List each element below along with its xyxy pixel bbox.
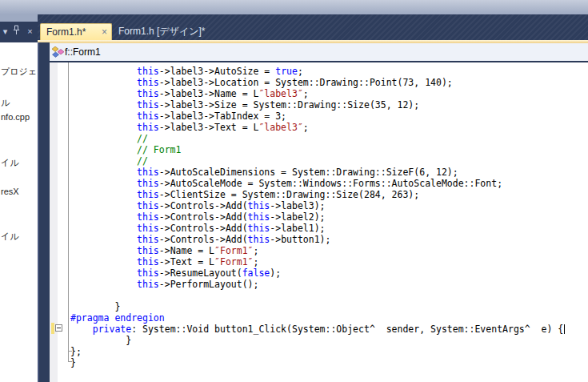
code-line[interactable]: } bbox=[70, 301, 565, 312]
dock-splitter[interactable] bbox=[38, 42, 50, 382]
code-line[interactable]: this->label3->Location = System::Drawing… bbox=[70, 77, 565, 88]
navigation-scope-dropdown[interactable]: f::Form1 bbox=[65, 43, 101, 61]
tab-form1-h[interactable]: Form1.h* × bbox=[40, 23, 112, 40]
text-caret bbox=[564, 324, 565, 334]
code-line[interactable]: // bbox=[70, 133, 565, 144]
window-top-band-left bbox=[0, 14, 38, 22]
code-line[interactable]: } bbox=[70, 357, 565, 368]
code-line[interactable]: this->Controls->Add(this->label3); bbox=[70, 200, 565, 211]
solution-explorer-panel: プロジェ ル nfo.cpp イル resX イル bbox=[0, 42, 38, 382]
code-line[interactable]: private: System::Void button1_Click(Syst… bbox=[70, 324, 565, 335]
code-line[interactable]: this->Name = L″Form1″; bbox=[70, 245, 565, 256]
code-line[interactable]: this->Controls->Add(this->label1); bbox=[70, 223, 565, 234]
close-icon[interactable]: × bbox=[25, 26, 35, 38]
code-line[interactable]: this->label3->TabIndex = 3; bbox=[70, 111, 565, 122]
code-line[interactable]: this->label3->Name = L″label3″; bbox=[70, 88, 565, 99]
window-position-menu-icon[interactable]: ▾ bbox=[0, 26, 10, 38]
code-line[interactable]: this->Controls->Add(this->button1); bbox=[70, 234, 565, 245]
code-line[interactable]: // bbox=[70, 155, 565, 167]
code-line[interactable]: this->Controls->Add(this->label2); bbox=[70, 211, 565, 223]
code-line[interactable]: #pragma endregion bbox=[70, 312, 565, 324]
fold-collapse-icon[interactable] bbox=[55, 324, 62, 332]
code-content[interactable]: this->label3->AutoSize = true; this->lab… bbox=[70, 66, 565, 368]
tab-close-icon[interactable]: × bbox=[102, 24, 107, 41]
pin-icon-glyph bbox=[12, 25, 21, 35]
tree-item-label[interactable]: resX bbox=[1, 187, 19, 196]
code-line[interactable]: this->label3->Text = L″label3″; bbox=[70, 122, 565, 133]
code-line[interactable]: this->label3->AutoSize = true; bbox=[70, 66, 565, 77]
tree-item-label[interactable]: プロジェ bbox=[1, 66, 37, 78]
code-line[interactable] bbox=[70, 290, 565, 301]
code-editor[interactable]: this->label3->AutoSize = true; this->lab… bbox=[50, 62, 588, 382]
code-line[interactable]: this->PerformLayout(); bbox=[70, 279, 565, 290]
tree-item-label[interactable]: イル bbox=[1, 157, 19, 169]
code-line[interactable]: this->ResumeLayout(false); bbox=[70, 267, 565, 279]
tab-form1-h-design[interactable]: Form1.h [デザイン]* bbox=[112, 23, 240, 40]
code-line[interactable]: this->ClientSize = System::Drawing::Size… bbox=[70, 189, 565, 200]
tree-item-label[interactable]: イル bbox=[1, 231, 19, 243]
tree-item-label[interactable]: ル bbox=[1, 97, 10, 109]
code-line[interactable]: // Form1 bbox=[70, 144, 565, 155]
class-icon bbox=[52, 46, 64, 58]
pin-icon[interactable] bbox=[11, 25, 22, 37]
window-top-band bbox=[0, 0, 588, 14]
navigation-bar[interactable]: f::Form1 bbox=[50, 43, 588, 62]
tab-label: Form1.h* bbox=[46, 26, 86, 38]
code-line[interactable]: this->AutoScaleMode = System::Windows::F… bbox=[70, 178, 565, 189]
code-line[interactable]: } bbox=[70, 335, 565, 346]
vs-ide-window: ▾ × Form1.h* × Form1.h [デザイン]* f::Form1 bbox=[0, 0, 588, 382]
code-line[interactable]: this->label3->Size = System::Drawing::Si… bbox=[70, 99, 565, 111]
code-line[interactable]: }; bbox=[70, 346, 565, 357]
indicator-margin bbox=[50, 62, 58, 382]
tree-item-label[interactable]: nfo.cpp bbox=[1, 112, 30, 122]
change-tracking-bar bbox=[51, 323, 54, 334]
tab-label: Form1.h [デザイン]* bbox=[118, 26, 205, 37]
code-line[interactable]: this->AutoScaleDimensions = System::Draw… bbox=[70, 167, 565, 178]
tool-window-titlebar: ▾ × bbox=[0, 22, 38, 42]
code-line[interactable]: this->Text = L″Form1″; bbox=[70, 256, 565, 267]
outlining-guide bbox=[68, 62, 69, 362]
